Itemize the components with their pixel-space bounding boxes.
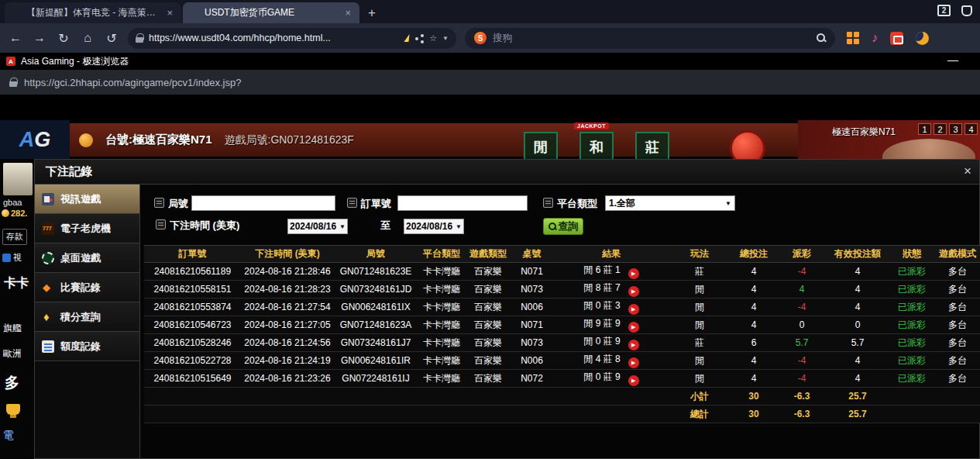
query-button-label: 查詢: [559, 219, 579, 233]
table-number-button[interactable]: 1: [918, 123, 931, 135]
deposit-button[interactable]: 存款: [2, 229, 27, 245]
round-number-label: 局號: [168, 197, 188, 211]
platform-type-select[interactable]: 1.全部 ▼: [605, 195, 735, 211]
music-icon[interactable]: ♪: [872, 31, 878, 45]
tab-close-icon[interactable]: ×: [165, 7, 174, 19]
cell-round: GN073248161JD: [334, 281, 418, 299]
cell-valid-bet: 4: [826, 281, 889, 299]
sidebar-item-icon: [42, 193, 54, 205]
bet-box[interactable]: 閒: [524, 132, 558, 159]
lightning-icon[interactable]: [404, 34, 411, 42]
new-tab-button[interactable]: +: [361, 3, 383, 23]
search-bar[interactable]: S 搜狗: [465, 28, 835, 49]
cell-round: GN0712481623A: [334, 316, 418, 334]
address-url[interactable]: https://www.usdt04.com/hhcp/home.html...: [149, 33, 400, 43]
sidebar-item[interactable]: 額度記錄: [35, 332, 139, 361]
cell-game-type: 百家樂: [466, 334, 511, 352]
page-gap: [0, 95, 980, 120]
sidebar-item-label: 比賽記錄: [60, 281, 101, 295]
replay-icon[interactable]: ▶: [628, 286, 639, 297]
col-result: 結果: [553, 246, 669, 263]
cell-game-type: 百家樂: [466, 316, 511, 334]
tab-title: USDT加密货币GAME: [205, 6, 338, 19]
bet-box[interactable]: 莊: [635, 132, 669, 159]
sidebar-item[interactable]: 比賽記錄: [35, 273, 139, 302]
total-row: 總計 30 -6.3 25.7: [144, 406, 980, 423]
tab-favicon-icon: [12, 9, 21, 18]
cell-status: 已派彩: [889, 352, 934, 370]
window-count-badge[interactable]: 2: [937, 5, 951, 16]
round-number-input[interactable]: [191, 195, 335, 211]
cell-table: N071: [511, 316, 553, 334]
cell-play: 閒: [669, 316, 730, 334]
refresh-icon[interactable]: ↻: [56, 31, 71, 46]
browser-tab-bar: 【新提醒】体育电竞 - 海燕策略... × USDT加密货币GAME × + 2: [0, 0, 980, 23]
col-payout: 派彩: [778, 246, 826, 263]
search-placeholder[interactable]: 搜狗: [493, 32, 810, 45]
cell-order: 240816210528246: [144, 334, 241, 352]
cell-payout: 5.7: [778, 334, 826, 352]
sidebar-item[interactable]: 視訊遊戲: [35, 185, 139, 214]
cell-mode: 多台: [934, 299, 980, 316]
browser-tab[interactable]: 【新提醒】体育电竞 - 海燕策略... ×: [5, 2, 181, 23]
order-number-input[interactable]: [397, 195, 528, 211]
cell-total-bet: 4: [730, 281, 778, 299]
app-url[interactable]: https://gci.2hhapi.com/agingame/pcv1/ind…: [24, 77, 241, 88]
table-number-button[interactable]: 4: [965, 123, 978, 135]
europe-label: 歐洲: [3, 347, 22, 361]
table-number-button[interactable]: 2: [934, 123, 947, 135]
subtotal-bet: 30: [730, 388, 778, 406]
forward-icon[interactable]: →: [32, 31, 47, 45]
replay-icon[interactable]: ▶: [628, 268, 639, 279]
sogou-logo-icon: S: [474, 32, 487, 44]
cell-time: 2024-08-16 21:24:56: [241, 334, 334, 352]
cell-result: 閒 9 莊 9▶: [553, 316, 669, 334]
date-from-button[interactable]: 2024/08/16▼: [287, 219, 348, 234]
video-app-icon[interactable]: [890, 32, 903, 45]
tab-close-icon[interactable]: ×: [343, 7, 352, 19]
home-icon[interactable]: ⌂: [80, 31, 95, 45]
browser-skin-icon[interactable]: [961, 5, 972, 16]
sidebar-item[interactable]: 積分查詢: [35, 302, 139, 332]
night-mode-icon[interactable]: [916, 32, 929, 45]
app-title-bar: A Asia Gaming - 极速浏览器 —: [0, 53, 980, 70]
cell-order: 240816210546723: [144, 316, 241, 334]
sidebar-item[interactable]: 桌面遊戲: [35, 243, 139, 273]
replay-icon[interactable]: ▶: [628, 340, 639, 350]
replay-icon[interactable]: ▶: [628, 375, 639, 386]
browser-nav-bar: ← → ↻ ⌂ ↺ https://www.usdt04.com/hhcp/ho…: [0, 23, 980, 53]
search-icon: [548, 223, 556, 230]
share-icon[interactable]: [415, 34, 424, 43]
browser-tab[interactable]: USDT加密货币GAME ×: [183, 2, 359, 23]
platform-type-icon: [543, 198, 553, 208]
undo-icon[interactable]: ↺: [104, 31, 119, 46]
screen: 【新提醒】体育电竞 - 海燕策略... × USDT加密货币GAME × + 2…: [0, 0, 980, 459]
address-bar[interactable]: https://www.usdt04.com/hhcp/home.html...…: [128, 28, 456, 49]
cell-time: 2024-08-16 21:27:05: [241, 316, 334, 334]
replay-icon[interactable]: ▶: [628, 357, 639, 368]
search-icon[interactable]: [817, 33, 826, 43]
bet-box[interactable]: 和: [579, 132, 614, 159]
date-to-button[interactable]: 2024/08/16▼: [404, 219, 464, 234]
replay-icon[interactable]: ▶: [628, 322, 639, 333]
address-chevron-icon[interactable]: ▼: [442, 35, 449, 42]
app-favicon-icon: A: [6, 57, 15, 66]
date-arrow-icon: ▼: [456, 223, 462, 230]
bookmark-star-icon[interactable]: ☆: [429, 33, 437, 43]
sidebar-item[interactable]: 電子老虎機: [35, 214, 139, 243]
table-row: 240816210546723 2024-08-16 21:27:05 GN07…: [144, 316, 980, 334]
col-status: 狀態: [889, 246, 934, 263]
replay-icon[interactable]: ▶: [628, 304, 639, 315]
modal-title: 下注記錄: [46, 164, 92, 179]
cell-status: 已派彩: [889, 299, 934, 316]
minimize-button[interactable]: —: [947, 53, 958, 66]
close-icon[interactable]: ×: [964, 164, 971, 179]
electronic-label: 電: [3, 429, 14, 443]
cell-game-type: 百家樂: [466, 263, 511, 281]
app-url-bar[interactable]: https://gci.2hhapi.com/agingame/pcv1/ind…: [0, 70, 980, 95]
table-number-button[interactable]: 3: [949, 123, 962, 135]
query-button[interactable]: 查詢: [543, 218, 583, 235]
back-icon[interactable]: ←: [8, 31, 23, 45]
apps-grid-icon[interactable]: [847, 32, 859, 44]
modal-header: 下注記錄 ×: [35, 160, 979, 185]
